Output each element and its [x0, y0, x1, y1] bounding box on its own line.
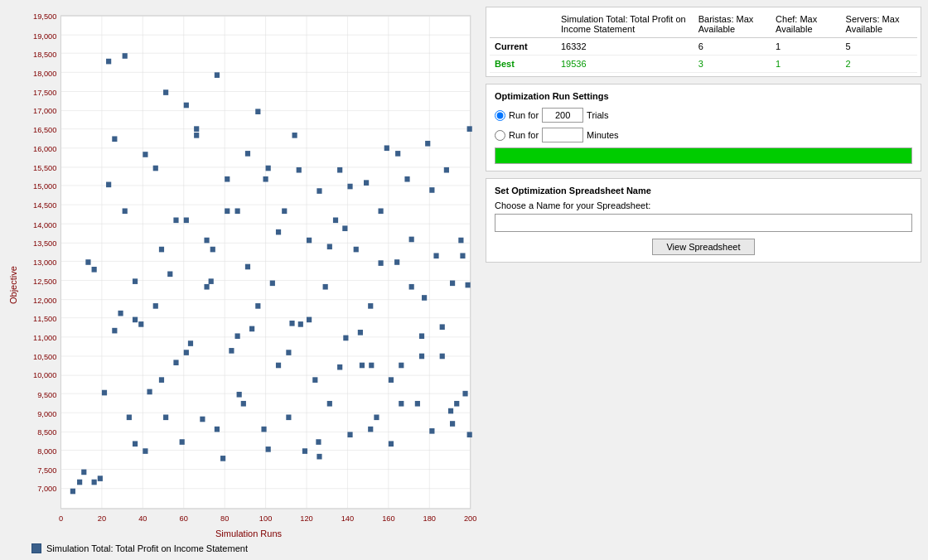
- svg-rect-103: [215, 72, 220, 78]
- current-baristas: 6: [694, 38, 771, 56]
- view-spreadsheet-button[interactable]: View Spreadsheet: [652, 239, 754, 255]
- svg-text:17,000: 17,000: [33, 106, 56, 115]
- svg-rect-83: [112, 136, 117, 142]
- svg-rect-180: [358, 330, 363, 336]
- minutes-unit-label: Minutes: [587, 130, 619, 140]
- svg-rect-90: [147, 389, 152, 395]
- svg-rect-193: [133, 317, 138, 323]
- run-for-trials-label: Run for: [509, 110, 539, 120]
- svg-text:13,500: 13,500: [33, 238, 56, 247]
- svg-rect-148: [444, 167, 449, 173]
- col-header-baristas: Baristas: Max Available: [694, 11, 771, 38]
- svg-rect-142: [415, 401, 420, 407]
- col-header-empty: [490, 11, 556, 38]
- svg-rect-144: [425, 141, 430, 147]
- svg-rect-143: [419, 333, 424, 339]
- svg-text:19,500: 19,500: [33, 12, 56, 21]
- svg-rect-206: [466, 282, 471, 288]
- col-header-servers: Servers: Max Available: [841, 11, 917, 38]
- svg-rect-85: [123, 208, 128, 214]
- svg-text:12,500: 12,500: [33, 277, 56, 286]
- svg-text:10,000: 10,000: [33, 370, 56, 379]
- svg-rect-197: [237, 392, 242, 398]
- run-for-minutes-row[interactable]: Run for Minutes: [495, 128, 912, 142]
- svg-rect-202: [369, 363, 374, 369]
- chart-area: Objective: [7, 7, 479, 553]
- svg-rect-78: [81, 470, 86, 476]
- svg-text:7,500: 7,500: [37, 466, 56, 475]
- svg-rect-118: [292, 133, 297, 138]
- svg-rect-84: [118, 311, 123, 316]
- svg-rect-95: [173, 360, 178, 365]
- svg-rect-127: [337, 167, 342, 173]
- svg-text:15,000: 15,000: [33, 181, 56, 191]
- spreadsheet-name-input[interactable]: [495, 214, 912, 232]
- svg-rect-167: [225, 208, 230, 214]
- svg-text:100: 100: [259, 514, 272, 523]
- svg-rect-146: [433, 253, 438, 258]
- minutes-radio[interactable]: [495, 130, 505, 141]
- svg-rect-124: [323, 284, 328, 290]
- legend-label: Simulation Total: Total Profit on Income…: [46, 543, 248, 553]
- svg-rect-174: [297, 167, 302, 173]
- svg-rect-133: [368, 303, 373, 309]
- svg-rect-116: [282, 208, 287, 214]
- svg-rect-112: [261, 427, 266, 432]
- svg-rect-100: [200, 417, 205, 422]
- svg-rect-109: [245, 264, 250, 270]
- results-table-container: Simulation Total: Total Profit on Income…: [486, 7, 921, 77]
- y-axis-label: Objective: [7, 7, 18, 538]
- run-for-minutes-label: Run for: [509, 130, 539, 140]
- svg-rect-151: [458, 238, 463, 244]
- svg-text:19,000: 19,000: [33, 31, 56, 40]
- trials-input[interactable]: [542, 108, 583, 123]
- svg-rect-201: [342, 225, 347, 231]
- progress-bar-fill: [495, 148, 911, 163]
- minutes-input[interactable]: [542, 128, 583, 142]
- trials-radio[interactable]: [495, 110, 505, 121]
- svg-rect-122: [312, 377, 317, 383]
- chart-legend: Simulation Total: Total Profit on Income…: [7, 543, 479, 553]
- svg-rect-110: [249, 326, 254, 332]
- run-for-trials-row[interactable]: Run for Trials: [495, 108, 912, 123]
- svg-rect-131: [360, 363, 365, 369]
- svg-rect-160: [153, 303, 158, 309]
- svg-rect-82: [106, 59, 111, 65]
- svg-rect-97: [184, 218, 189, 224]
- best-baristas: 3: [694, 56, 771, 73]
- svg-rect-179: [347, 184, 352, 190]
- svg-text:14,500: 14,500: [33, 200, 56, 210]
- svg-rect-205: [448, 408, 453, 414]
- svg-rect-185: [409, 237, 414, 243]
- svg-rect-108: [241, 401, 246, 407]
- svg-rect-115: [276, 363, 281, 369]
- current-row: Current 16332 6 1 5: [490, 38, 917, 56]
- svg-rect-113: [266, 166, 271, 171]
- svg-rect-152: [462, 391, 467, 397]
- svg-text:18,000: 18,000: [33, 68, 56, 77]
- svg-rect-126: [333, 218, 338, 224]
- svg-rect-187: [429, 187, 434, 193]
- svg-rect-165: [204, 284, 209, 290]
- svg-rect-173: [286, 350, 291, 355]
- svg-rect-172: [276, 229, 281, 235]
- svg-rect-154: [92, 267, 97, 273]
- svg-rect-123: [317, 188, 321, 194]
- svg-rect-189: [450, 421, 455, 427]
- svg-text:40: 40: [138, 514, 147, 523]
- svg-rect-77: [77, 480, 82, 485]
- svg-rect-169: [245, 151, 250, 157]
- svg-rect-140: [404, 176, 409, 182]
- svg-text:160: 160: [382, 514, 394, 523]
- svg-text:8,000: 8,000: [37, 447, 56, 456]
- best-servers: 2: [841, 56, 917, 73]
- svg-rect-104: [220, 456, 225, 461]
- svg-rect-120: [302, 448, 307, 454]
- svg-text:140: 140: [341, 514, 354, 523]
- svg-text:180: 180: [423, 514, 436, 523]
- svg-rect-170: [255, 303, 260, 309]
- svg-rect-150: [454, 401, 459, 407]
- svg-text:9,000: 9,000: [37, 408, 56, 418]
- best-sim-total: 19536: [556, 56, 694, 73]
- trials-unit-label: Trials: [587, 110, 608, 120]
